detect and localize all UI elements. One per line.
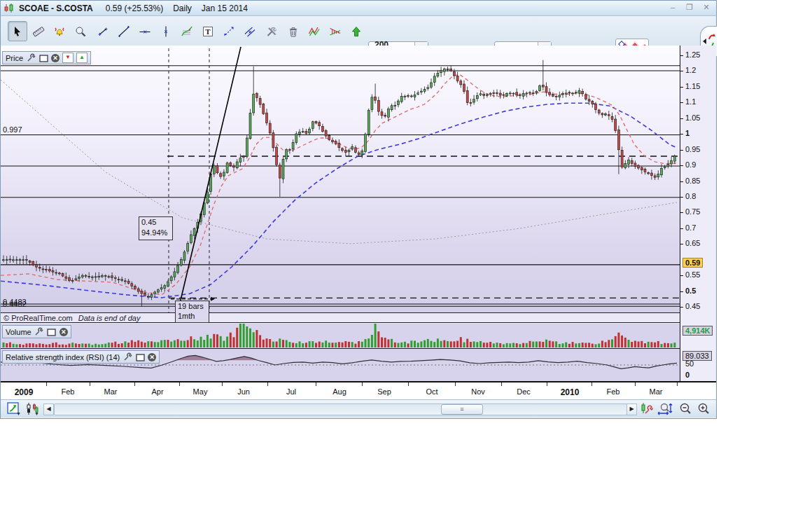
- restore-button[interactable]: ❐: [684, 3, 695, 13]
- candlestick-logo-icon: [4, 3, 15, 13]
- scroll-left-button[interactable]: ◀: [43, 404, 54, 415]
- price-chart-canvas[interactable]: [1, 46, 680, 312]
- zoom-in-button[interactable]: [696, 402, 710, 415]
- segment-tool[interactable]: [93, 21, 113, 41]
- up-arrow-tool[interactable]: [346, 21, 366, 41]
- vertical-line-tool[interactable]: [156, 21, 176, 41]
- time-axis-label: Nov: [471, 387, 485, 396]
- time-axis-label: Feb: [62, 387, 75, 396]
- time-tick-mark: [222, 382, 223, 386]
- close-panel-icon[interactable]: ✕: [59, 328, 68, 336]
- chart-settings-button[interactable]: [639, 402, 653, 415]
- time-tick-mark: [134, 382, 135, 386]
- time-tick-mark: [46, 382, 47, 386]
- time-scrollbar[interactable]: ≡: [54, 404, 627, 415]
- volume-panel[interactable]: [1, 324, 680, 349]
- export-chart-button[interactable]: ▼: [6, 402, 20, 415]
- channel-tool[interactable]: [240, 21, 260, 41]
- text-tool[interactable]: T: [198, 21, 218, 41]
- wrench-icon[interactable]: [34, 327, 44, 336]
- price-tick-label: 1.05: [685, 113, 700, 122]
- price-tick-label: 0.5: [685, 287, 696, 295]
- minimize-button[interactable]: –: [667, 3, 678, 13]
- time-axis-label: 2009: [15, 387, 34, 397]
- price-tick-mark: [680, 134, 683, 135]
- time-tick-mark: [677, 382, 678, 386]
- move-panel-up-button[interactable]: ▲: [76, 53, 88, 63]
- retracement-annotation[interactable]: 0.45 94.94%: [139, 216, 173, 240]
- zoom-out-button[interactable]: [678, 402, 692, 415]
- delete-tool[interactable]: [284, 21, 303, 41]
- detach-window-icon[interactable]: [47, 327, 57, 336]
- price-tick-label: 0.7: [685, 223, 696, 232]
- time-axis-label: May: [193, 387, 208, 396]
- price-tick-label: 0.9: [685, 160, 696, 169]
- time-axis-label: Oct: [426, 387, 438, 396]
- settings-tool[interactable]: [262, 21, 282, 41]
- line-tool[interactable]: [114, 21, 134, 41]
- bar-count-annotation[interactable]: 19 bars 1mth: [175, 301, 209, 323]
- retracement-price: 0.45: [141, 217, 172, 228]
- zoom-fit-button[interactable]: [657, 402, 674, 415]
- price-chart-panel[interactable]: [1, 46, 680, 312]
- chart-type-dropdown-arrow[interactable]: ▼: [34, 411, 39, 416]
- price-tick-mark: [680, 212, 683, 213]
- move-panel-down-button[interactable]: ▼: [62, 53, 74, 63]
- export-dropdown-arrow[interactable]: ▼: [16, 411, 21, 416]
- price-tick-label: 0.45: [685, 302, 700, 310]
- pointer-tool[interactable]: [8, 21, 27, 41]
- scrollbar-thumb[interactable]: ≡: [441, 404, 483, 415]
- time-axis-label: Jul: [286, 387, 296, 396]
- time-axis-label: Aug: [332, 387, 346, 396]
- volume-panel-header[interactable]: Volume ✕: [2, 325, 71, 338]
- alarm-tool[interactable]: [50, 21, 69, 41]
- price-panel-header[interactable]: Price ✕ ▼ ▲: [2, 51, 91, 64]
- title-bar[interactable]: SCOAE - S.COSTA 0.59 (+25.53%) Daily Jan…: [1, 1, 716, 16]
- zigzag-pattern-tool[interactable]: [304, 21, 324, 41]
- price-tick-label: 1.15: [685, 82, 700, 90]
- time-tick-mark: [547, 382, 547, 386]
- price-tick-mark: [680, 118, 683, 119]
- time-tick-mark: [592, 382, 592, 386]
- rsi-mid-label: 50: [685, 359, 694, 368]
- price-axis[interactable]: 1.251.21.151.11.0510.950.90.850.80.750.7…: [680, 46, 716, 381]
- wrench-icon[interactable]: [26, 53, 36, 62]
- chart-type-button[interactable]: ▼: [24, 402, 38, 415]
- volume-value-badge: 4,914K: [682, 326, 713, 336]
- price-tick-label: 1: [685, 129, 690, 137]
- close-panel-icon[interactable]: ✕: [148, 353, 156, 361]
- time-axis-label: Sep: [377, 387, 391, 396]
- ruler-tool[interactable]: [29, 21, 48, 41]
- time-tick-mark: [455, 382, 456, 386]
- zoom-tool[interactable]: [71, 21, 90, 41]
- time-axis-label: Jun: [237, 387, 250, 396]
- price-tick-label: 1.1: [685, 97, 696, 106]
- rsi-panel-header[interactable]: Relative strength index (RSI) (14) ✕: [2, 350, 160, 364]
- price-tick-mark: [680, 228, 683, 229]
- detach-window-icon[interactable]: [135, 352, 145, 361]
- close-panel-icon[interactable]: ✕: [51, 54, 59, 62]
- svg-text:T: T: [205, 27, 211, 36]
- price-panel-label: Price: [6, 54, 23, 62]
- scroll-right-button[interactable]: ▶: [626, 404, 637, 415]
- time-tick-mark: [362, 382, 363, 386]
- arrows-tool[interactable]: [219, 21, 239, 41]
- price-tick-mark: [680, 197, 683, 198]
- price-tick-mark: [680, 244, 683, 244]
- instrument-timeframe: Daily: [173, 4, 192, 13]
- price-tick-mark: [680, 165, 683, 166]
- time-tick-mark: [408, 382, 409, 386]
- price-tick-mark: [680, 307, 683, 308]
- price-tick-label: 0.65: [685, 239, 700, 247]
- wrench-icon[interactable]: [122, 352, 132, 361]
- time-tick-mark: [179, 382, 180, 386]
- detach-window-icon[interactable]: [38, 53, 48, 62]
- triangle-pattern-tool[interactable]: [326, 21, 345, 41]
- horizontal-line-tool[interactable]: [135, 21, 155, 41]
- price-tick-label: 0.95: [685, 145, 700, 153]
- price-tick-mark: [680, 275, 683, 276]
- indicator-tool[interactable]: [177, 21, 197, 41]
- time-axis[interactable]: 2009FebMarAprMayJunJulAugSepOctNovDec201…: [1, 381, 716, 399]
- price-tick-mark: [680, 87, 683, 88]
- close-button[interactable]: ✕: [701, 3, 712, 13]
